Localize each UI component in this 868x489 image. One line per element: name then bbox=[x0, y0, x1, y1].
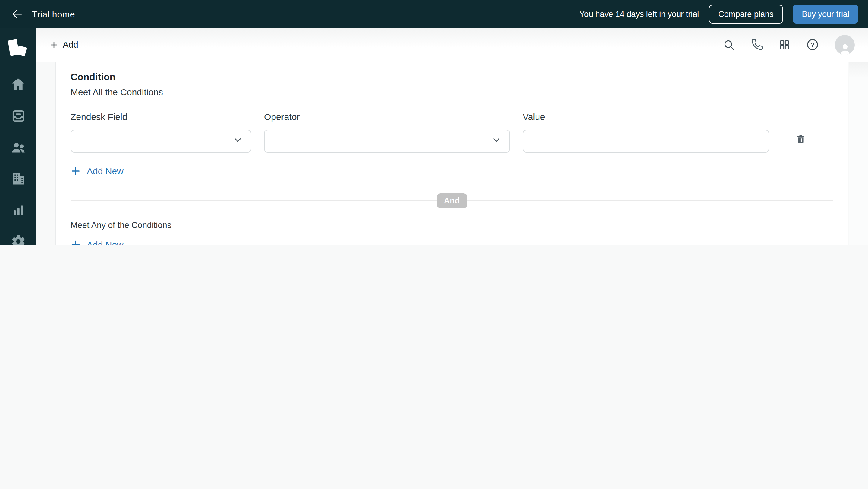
sidebar-item-home[interactable] bbox=[0, 69, 36, 100]
add-new-condition-any[interactable]: Add New bbox=[70, 239, 124, 245]
sidebar-item-reporting[interactable] bbox=[0, 194, 36, 225]
chevron-down-icon bbox=[233, 135, 243, 147]
condition-title: Condition bbox=[70, 72, 833, 83]
svg-text:?: ? bbox=[810, 41, 815, 49]
zendesk-field-select[interactable] bbox=[70, 130, 251, 153]
chevron-down-icon bbox=[491, 135, 501, 147]
user-avatar[interactable] bbox=[835, 35, 855, 55]
app-header: Add ? bbox=[36, 28, 868, 62]
sidebar-item-settings[interactable] bbox=[0, 225, 36, 245]
scrollbar-gutter[interactable] bbox=[849, 62, 868, 245]
inbox-docs-icon bbox=[10, 108, 26, 123]
trial-days-link[interactable]: 14 days bbox=[615, 9, 644, 19]
buildings-icon bbox=[10, 171, 26, 186]
add-new-condition-all[interactable]: Add New bbox=[70, 166, 124, 176]
zendesk-field-label: Zendesk Field bbox=[70, 112, 251, 122]
meet-all-label: Meet All the Conditions bbox=[70, 87, 833, 97]
and-badge: And bbox=[437, 193, 467, 208]
product-logo[interactable] bbox=[0, 31, 36, 69]
buy-trial-button[interactable]: Buy your trial bbox=[793, 4, 858, 23]
operator-select[interactable] bbox=[264, 130, 510, 153]
sidebar-item-organizations[interactable] bbox=[0, 163, 36, 194]
value-label: Value bbox=[523, 112, 769, 122]
plus-icon bbox=[50, 40, 59, 49]
trial-countdown-text: You have 14 days left in your trial bbox=[580, 9, 699, 19]
search-icon[interactable] bbox=[723, 38, 735, 51]
back-arrow-icon[interactable] bbox=[11, 7, 24, 20]
sidebar-item-customers[interactable] bbox=[0, 131, 36, 163]
person-icon bbox=[838, 42, 851, 55]
sidebar-item-docs[interactable] bbox=[0, 100, 36, 131]
condition-card: Condition Meet All the Conditions Zendes… bbox=[56, 62, 848, 245]
add-button[interactable]: Add bbox=[44, 36, 83, 53]
trial-topbar: Trial home You have 14 days left in your… bbox=[0, 0, 868, 28]
operator-label: Operator bbox=[264, 112, 510, 122]
apps-grid-icon[interactable] bbox=[779, 39, 790, 50]
compare-plans-button[interactable]: Compare plans bbox=[709, 4, 783, 23]
trial-home-label[interactable]: Trial home bbox=[32, 9, 75, 19]
delete-condition-button[interactable] bbox=[795, 112, 807, 147]
value-input[interactable] bbox=[523, 130, 769, 153]
gear-icon bbox=[10, 234, 26, 245]
trash-icon bbox=[795, 133, 807, 145]
sidebar-nav bbox=[0, 28, 36, 245]
help-icon[interactable]: ? bbox=[806, 38, 819, 51]
plus-icon bbox=[70, 166, 81, 176]
app-root: Trial home You have 14 days left in your… bbox=[0, 0, 868, 245]
and-divider: And bbox=[70, 200, 833, 201]
bar-chart-icon bbox=[10, 202, 26, 217]
logo-icon bbox=[7, 39, 29, 61]
home-icon bbox=[10, 77, 26, 92]
main-content: Condition Meet All the Conditions Zendes… bbox=[36, 62, 868, 245]
plus-icon bbox=[70, 239, 81, 245]
meet-any-label: Meet Any of the Conditions bbox=[70, 220, 833, 230]
people-icon bbox=[10, 139, 26, 155]
phone-icon[interactable] bbox=[751, 39, 763, 51]
